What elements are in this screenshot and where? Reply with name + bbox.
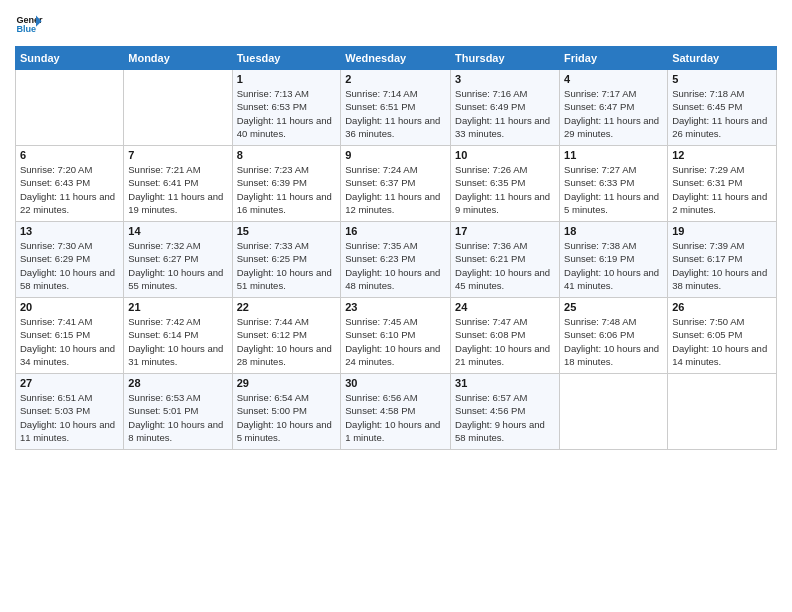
day-number: 6 bbox=[20, 149, 119, 161]
calendar-cell: 10Sunrise: 7:26 AM Sunset: 6:35 PM Dayli… bbox=[451, 146, 560, 222]
day-info: Sunrise: 7:27 AM Sunset: 6:33 PM Dayligh… bbox=[564, 163, 663, 216]
day-info: Sunrise: 7:33 AM Sunset: 6:25 PM Dayligh… bbox=[237, 239, 337, 292]
calendar-cell: 18Sunrise: 7:38 AM Sunset: 6:19 PM Dayli… bbox=[560, 222, 668, 298]
week-row-2: 6Sunrise: 7:20 AM Sunset: 6:43 PM Daylig… bbox=[16, 146, 777, 222]
calendar-cell: 19Sunrise: 7:39 AM Sunset: 6:17 PM Dayli… bbox=[668, 222, 777, 298]
day-number: 4 bbox=[564, 73, 663, 85]
header-tuesday: Tuesday bbox=[232, 47, 341, 70]
day-info: Sunrise: 7:36 AM Sunset: 6:21 PM Dayligh… bbox=[455, 239, 555, 292]
day-info: Sunrise: 6:57 AM Sunset: 4:56 PM Dayligh… bbox=[455, 391, 555, 444]
calendar-header-row: SundayMondayTuesdayWednesdayThursdayFrid… bbox=[16, 47, 777, 70]
week-row-1: 1Sunrise: 7:13 AM Sunset: 6:53 PM Daylig… bbox=[16, 70, 777, 146]
calendar-cell: 21Sunrise: 7:42 AM Sunset: 6:14 PM Dayli… bbox=[124, 298, 232, 374]
day-number: 22 bbox=[237, 301, 337, 313]
calendar-cell bbox=[560, 374, 668, 450]
day-info: Sunrise: 7:13 AM Sunset: 6:53 PM Dayligh… bbox=[237, 87, 337, 140]
day-info: Sunrise: 7:17 AM Sunset: 6:47 PM Dayligh… bbox=[564, 87, 663, 140]
day-info: Sunrise: 7:23 AM Sunset: 6:39 PM Dayligh… bbox=[237, 163, 337, 216]
day-info: Sunrise: 7:21 AM Sunset: 6:41 PM Dayligh… bbox=[128, 163, 227, 216]
calendar-cell: 26Sunrise: 7:50 AM Sunset: 6:05 PM Dayli… bbox=[668, 298, 777, 374]
day-number: 26 bbox=[672, 301, 772, 313]
calendar-cell bbox=[124, 70, 232, 146]
header-monday: Monday bbox=[124, 47, 232, 70]
calendar-cell: 12Sunrise: 7:29 AM Sunset: 6:31 PM Dayli… bbox=[668, 146, 777, 222]
calendar-cell: 23Sunrise: 7:45 AM Sunset: 6:10 PM Dayli… bbox=[341, 298, 451, 374]
day-info: Sunrise: 7:30 AM Sunset: 6:29 PM Dayligh… bbox=[20, 239, 119, 292]
day-number: 8 bbox=[237, 149, 337, 161]
header-sunday: Sunday bbox=[16, 47, 124, 70]
day-number: 16 bbox=[345, 225, 446, 237]
calendar-cell bbox=[16, 70, 124, 146]
day-number: 30 bbox=[345, 377, 446, 389]
day-info: Sunrise: 7:29 AM Sunset: 6:31 PM Dayligh… bbox=[672, 163, 772, 216]
day-number: 9 bbox=[345, 149, 446, 161]
day-info: Sunrise: 7:50 AM Sunset: 6:05 PM Dayligh… bbox=[672, 315, 772, 368]
calendar-cell: 15Sunrise: 7:33 AM Sunset: 6:25 PM Dayli… bbox=[232, 222, 341, 298]
day-info: Sunrise: 7:26 AM Sunset: 6:35 PM Dayligh… bbox=[455, 163, 555, 216]
day-number: 28 bbox=[128, 377, 227, 389]
day-info: Sunrise: 7:20 AM Sunset: 6:43 PM Dayligh… bbox=[20, 163, 119, 216]
day-info: Sunrise: 7:24 AM Sunset: 6:37 PM Dayligh… bbox=[345, 163, 446, 216]
header-wednesday: Wednesday bbox=[341, 47, 451, 70]
logo: General Blue bbox=[15, 10, 43, 38]
day-info: Sunrise: 7:48 AM Sunset: 6:06 PM Dayligh… bbox=[564, 315, 663, 368]
day-number: 7 bbox=[128, 149, 227, 161]
page-header: General Blue bbox=[15, 10, 777, 38]
calendar-cell: 25Sunrise: 7:48 AM Sunset: 6:06 PM Dayli… bbox=[560, 298, 668, 374]
svg-text:Blue: Blue bbox=[16, 24, 36, 34]
calendar-cell: 17Sunrise: 7:36 AM Sunset: 6:21 PM Dayli… bbox=[451, 222, 560, 298]
day-info: Sunrise: 6:51 AM Sunset: 5:03 PM Dayligh… bbox=[20, 391, 119, 444]
calendar-cell: 28Sunrise: 6:53 AM Sunset: 5:01 PM Dayli… bbox=[124, 374, 232, 450]
day-info: Sunrise: 6:54 AM Sunset: 5:00 PM Dayligh… bbox=[237, 391, 337, 444]
day-info: Sunrise: 7:16 AM Sunset: 6:49 PM Dayligh… bbox=[455, 87, 555, 140]
day-info: Sunrise: 7:35 AM Sunset: 6:23 PM Dayligh… bbox=[345, 239, 446, 292]
day-number: 3 bbox=[455, 73, 555, 85]
day-number: 2 bbox=[345, 73, 446, 85]
calendar-cell: 5Sunrise: 7:18 AM Sunset: 6:45 PM Daylig… bbox=[668, 70, 777, 146]
calendar-cell: 6Sunrise: 7:20 AM Sunset: 6:43 PM Daylig… bbox=[16, 146, 124, 222]
logo-icon: General Blue bbox=[15, 10, 43, 38]
calendar-cell: 1Sunrise: 7:13 AM Sunset: 6:53 PM Daylig… bbox=[232, 70, 341, 146]
day-number: 21 bbox=[128, 301, 227, 313]
calendar-cell: 30Sunrise: 6:56 AM Sunset: 4:58 PM Dayli… bbox=[341, 374, 451, 450]
week-row-3: 13Sunrise: 7:30 AM Sunset: 6:29 PM Dayli… bbox=[16, 222, 777, 298]
day-number: 19 bbox=[672, 225, 772, 237]
calendar-table: SundayMondayTuesdayWednesdayThursdayFrid… bbox=[15, 46, 777, 450]
calendar-cell: 29Sunrise: 6:54 AM Sunset: 5:00 PM Dayli… bbox=[232, 374, 341, 450]
day-number: 20 bbox=[20, 301, 119, 313]
header-friday: Friday bbox=[560, 47, 668, 70]
day-info: Sunrise: 7:45 AM Sunset: 6:10 PM Dayligh… bbox=[345, 315, 446, 368]
day-number: 17 bbox=[455, 225, 555, 237]
day-info: Sunrise: 7:38 AM Sunset: 6:19 PM Dayligh… bbox=[564, 239, 663, 292]
calendar-cell: 2Sunrise: 7:14 AM Sunset: 6:51 PM Daylig… bbox=[341, 70, 451, 146]
day-number: 14 bbox=[128, 225, 227, 237]
week-row-5: 27Sunrise: 6:51 AM Sunset: 5:03 PM Dayli… bbox=[16, 374, 777, 450]
calendar-cell: 24Sunrise: 7:47 AM Sunset: 6:08 PM Dayli… bbox=[451, 298, 560, 374]
day-info: Sunrise: 6:56 AM Sunset: 4:58 PM Dayligh… bbox=[345, 391, 446, 444]
day-number: 1 bbox=[237, 73, 337, 85]
day-info: Sunrise: 7:32 AM Sunset: 6:27 PM Dayligh… bbox=[128, 239, 227, 292]
day-number: 15 bbox=[237, 225, 337, 237]
header-thursday: Thursday bbox=[451, 47, 560, 70]
day-info: Sunrise: 7:42 AM Sunset: 6:14 PM Dayligh… bbox=[128, 315, 227, 368]
calendar-cell: 27Sunrise: 6:51 AM Sunset: 5:03 PM Dayli… bbox=[16, 374, 124, 450]
day-number: 25 bbox=[564, 301, 663, 313]
day-info: Sunrise: 7:41 AM Sunset: 6:15 PM Dayligh… bbox=[20, 315, 119, 368]
calendar-cell: 8Sunrise: 7:23 AM Sunset: 6:39 PM Daylig… bbox=[232, 146, 341, 222]
calendar-cell: 9Sunrise: 7:24 AM Sunset: 6:37 PM Daylig… bbox=[341, 146, 451, 222]
calendar-cell: 7Sunrise: 7:21 AM Sunset: 6:41 PM Daylig… bbox=[124, 146, 232, 222]
day-info: Sunrise: 7:14 AM Sunset: 6:51 PM Dayligh… bbox=[345, 87, 446, 140]
day-number: 11 bbox=[564, 149, 663, 161]
calendar-cell: 4Sunrise: 7:17 AM Sunset: 6:47 PM Daylig… bbox=[560, 70, 668, 146]
day-number: 29 bbox=[237, 377, 337, 389]
day-number: 24 bbox=[455, 301, 555, 313]
day-number: 5 bbox=[672, 73, 772, 85]
day-number: 27 bbox=[20, 377, 119, 389]
day-info: Sunrise: 7:47 AM Sunset: 6:08 PM Dayligh… bbox=[455, 315, 555, 368]
day-number: 10 bbox=[455, 149, 555, 161]
calendar-cell: 11Sunrise: 7:27 AM Sunset: 6:33 PM Dayli… bbox=[560, 146, 668, 222]
calendar-cell: 20Sunrise: 7:41 AM Sunset: 6:15 PM Dayli… bbox=[16, 298, 124, 374]
calendar-cell: 22Sunrise: 7:44 AM Sunset: 6:12 PM Dayli… bbox=[232, 298, 341, 374]
calendar-cell bbox=[668, 374, 777, 450]
day-number: 12 bbox=[672, 149, 772, 161]
